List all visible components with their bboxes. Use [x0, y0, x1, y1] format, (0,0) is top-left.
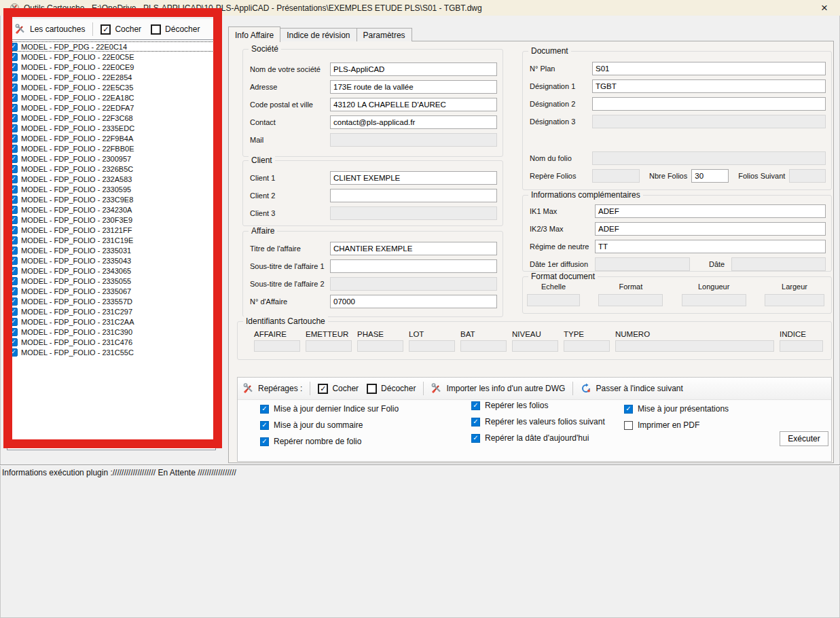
item-checkbox[interactable]: ✓: [10, 165, 18, 173]
option-checkbox[interactable]: ✓: [260, 421, 269, 430]
item-checkbox[interactable]: ✓: [10, 134, 18, 143]
option-checkbox[interactable]: ✓: [260, 437, 269, 446]
option-checkbox[interactable]: ✓: [471, 434, 480, 443]
item-checkbox[interactable]: ✓: [10, 185, 18, 194]
list-item[interactable]: ✓ MODEL - FDP_FOLIO - 2335EDC: [7, 123, 215, 133]
list-item[interactable]: ✓ MODEL - FDP_FOLIO - 232A583: [7, 174, 215, 184]
cocher-checkbox[interactable]: ✓: [101, 24, 111, 35]
tab-info-affaire[interactable]: Info Affaire: [228, 26, 280, 42]
item-checkbox[interactable]: ✓: [10, 257, 18, 265]
list-item[interactable]: ✓ MODEL - FDP_FOLIO - 234230A: [7, 204, 215, 215]
client1-field[interactable]: [330, 171, 497, 185]
item-checkbox[interactable]: ✓: [10, 63, 18, 71]
item-checkbox[interactable]: ✓: [10, 236, 18, 244]
tab-indice-revision[interactable]: Indice de révision: [280, 28, 357, 41]
passer-indice-button[interactable]: Passer à l'indice suivant: [596, 384, 682, 393]
list-item[interactable]: ✓ MODEL - FDP_FOLIO - 2330595: [7, 184, 215, 194]
option-checkbox[interactable]: ✓: [624, 405, 633, 414]
doc-designation1-field[interactable]: [592, 79, 826, 93]
ik23-field[interactable]: [595, 222, 826, 236]
option-reperer-folios[interactable]: ✓ Repérer les folios: [471, 401, 605, 410]
list-item[interactable]: ✓ MODEL - FDP_FOLIO - 2335031: [7, 245, 215, 255]
item-checkbox[interactable]: ✓: [10, 73, 18, 81]
option-reperer-date[interactable]: ✓ Repérer la dâte d'aujourd'hui: [471, 433, 605, 443]
item-checkbox[interactable]: ✓: [10, 124, 18, 132]
item-checkbox[interactable]: ✓: [10, 114, 18, 122]
item-checkbox[interactable]: ✓: [10, 53, 18, 61]
list-item[interactable]: ✓ MODEL - FDP_FOLIO - 231C55C: [7, 347, 215, 357]
list-item[interactable]: ✓ MODEL - FDP_FOLIO - 231C476: [7, 337, 215, 347]
societe-contact-field[interactable]: [330, 115, 497, 129]
list-item[interactable]: ✓ MODEL - FDP_FOLIO - 231C19E: [7, 235, 215, 245]
executer-button[interactable]: Exécuter: [780, 431, 828, 446]
affaire-soustitre1-field[interactable]: [330, 259, 497, 273]
item-checkbox[interactable]: ✓: [10, 145, 18, 153]
societe-cp-field[interactable]: [330, 98, 497, 111]
item-checkbox[interactable]: ✓: [10, 297, 18, 306]
list-item[interactable]: ✓ MODEL - FDP_FOLIO - 2300957: [7, 153, 215, 164]
list-item[interactable]: ✓ MODEL - FDP_FOLIO - 231C390: [7, 327, 215, 337]
option-checkbox[interactable]: ✓: [471, 401, 480, 410]
doc-designation2-field[interactable]: [592, 97, 826, 111]
item-checkbox[interactable]: ✓: [10, 247, 18, 255]
decocher-label[interactable]: Décocher: [165, 24, 200, 34]
item-checkbox[interactable]: ✓: [10, 155, 18, 163]
item-checkbox[interactable]: ✓: [10, 206, 18, 214]
list-item[interactable]: ✓ MODEL - FDP_FOLIO - 22F3C68: [7, 113, 215, 123]
item-checkbox[interactable]: ✓: [10, 318, 18, 326]
tab-parametres[interactable]: Paramètres: [357, 28, 412, 41]
item-checkbox[interactable]: ✓: [10, 84, 18, 92]
option-checkbox[interactable]: ✓: [624, 421, 633, 430]
item-checkbox[interactable]: ✓: [10, 328, 18, 336]
item-checkbox[interactable]: ✓: [10, 226, 18, 234]
list-item[interactable]: ✓ MODEL - FDP_FOLIO - 2335067: [7, 286, 215, 296]
reperages-cocher-checkbox[interactable]: ✓: [318, 384, 328, 394]
option-checkbox[interactable]: ✓: [471, 418, 480, 426]
reperages-decocher-label[interactable]: Décocher: [381, 384, 416, 393]
list-item[interactable]: ✓ MODEL - FDP_FOLIO - 2335043: [7, 255, 215, 266]
doc-nbrefolios-field[interactable]: [691, 169, 729, 183]
item-checkbox[interactable]: ✓: [10, 104, 18, 112]
item-checkbox[interactable]: ✓: [10, 43, 18, 51]
list-item[interactable]: ✓ MODEL - FDP_FOLIO - 22EDFA7: [7, 103, 215, 113]
list-item[interactable]: ✓ MODEL - FDP_FOLIO - 230F3E9: [7, 215, 215, 225]
option-maj-sommaire[interactable]: ✓ Mise à jour du sommaire: [260, 420, 399, 430]
cartouche-list[interactable]: ✓ MODEL - FDP_PDG - 22E0C14 ✓ MODEL - FD…: [7, 39, 216, 450]
item-checkbox[interactable]: ✓: [10, 287, 18, 295]
client2-field[interactable]: [330, 189, 497, 202]
reperages-cocher-label[interactable]: Cocher: [332, 384, 359, 393]
option-maj-indice[interactable]: ✓ Mise à jour dernier Indice sur Folio: [260, 404, 399, 414]
list-item[interactable]: ✓ MODEL - FDP_FOLIO - 22E2854: [7, 72, 215, 82]
list-item[interactable]: ✓ MODEL - FDP_FOLIO - 231C2AA: [7, 316, 215, 327]
option-reperer-valeurs-folios[interactable]: ✓ Repérer les valeurs folios suivant: [471, 417, 605, 426]
list-item[interactable]: ✓ MODEL - FDP_FOLIO - 231C297: [7, 306, 215, 316]
item-checkbox[interactable]: ✓: [10, 338, 18, 346]
affaire-numero-field[interactable]: [330, 295, 497, 308]
societe-nom-field[interactable]: [330, 62, 497, 76]
item-checkbox[interactable]: ✓: [10, 308, 18, 316]
list-item[interactable]: ✓ MODEL - FDP_FOLIO - 23121FF: [7, 225, 215, 235]
item-checkbox[interactable]: ✓: [10, 175, 18, 183]
list-item[interactable]: ✓ MODEL - FDP_FOLIO - 233C9E8: [7, 194, 215, 204]
list-item[interactable]: ✓ MODEL - FDP_FOLIO - 22E0CE9: [7, 62, 215, 72]
list-item[interactable]: ✓ MODEL - FDP_PDG - 22E0C14: [7, 41, 215, 52]
list-item[interactable]: ✓ MODEL - FDP_FOLIO - 22E0C5E: [7, 52, 215, 62]
option-imprimer-pdf[interactable]: ✓ Imprimer en PDF: [624, 420, 729, 430]
societe-adresse-field[interactable]: [330, 80, 497, 94]
item-checkbox[interactable]: ✓: [10, 216, 18, 224]
list-item[interactable]: ✓ MODEL - FDP_FOLIO - 22E5C35: [7, 82, 215, 92]
list-item[interactable]: ✓ MODEL - FDP_FOLIO - 2326B5C: [7, 164, 215, 174]
item-checkbox[interactable]: ✓: [10, 277, 18, 285]
decocher-checkbox[interactable]: ✓: [151, 24, 161, 35]
option-maj-presentations[interactable]: ✓ Mise à jour présentations: [624, 404, 729, 414]
ik1-field[interactable]: [595, 204, 826, 218]
item-checkbox[interactable]: ✓: [10, 94, 18, 102]
list-item[interactable]: ✓ MODEL - FDP_FOLIO - 22FBB0E: [7, 143, 215, 153]
list-item[interactable]: ✓ MODEL - FDP_FOLIO - 2343065: [7, 266, 215, 276]
option-reperer-nombre-folio[interactable]: ✓ Repérer nombre de folio: [260, 437, 399, 446]
cocher-label[interactable]: Cocher: [115, 24, 141, 34]
reperages-decocher-checkbox[interactable]: ✓: [367, 384, 377, 394]
list-item[interactable]: ✓ MODEL - FDP_FOLIO - 22F9B4A: [7, 133, 215, 143]
item-checkbox[interactable]: ✓: [10, 267, 18, 275]
doc-nplan-field[interactable]: [592, 62, 826, 75]
